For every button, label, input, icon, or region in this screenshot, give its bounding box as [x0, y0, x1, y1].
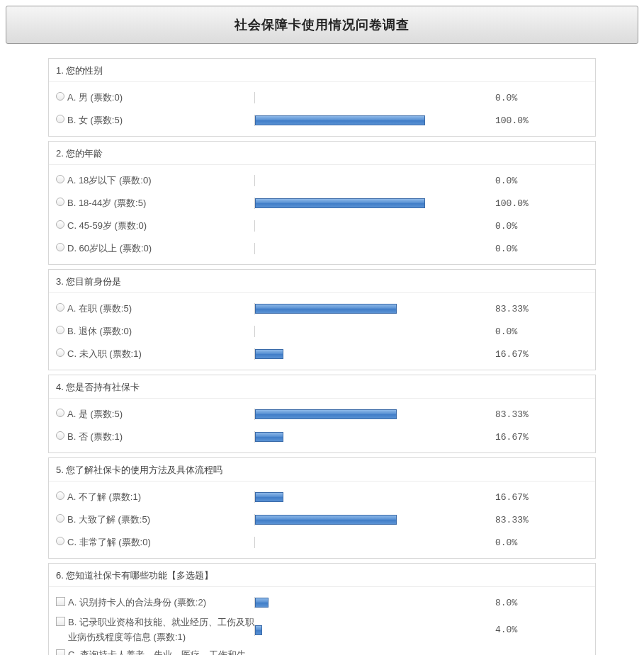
checkbox-icon[interactable] [56, 649, 65, 655]
option-label: A. 不了解 (票数:1) [56, 490, 254, 505]
bar-cell [254, 409, 481, 420]
bar-fill [255, 598, 269, 608]
option-row: A. 识别持卡人的合法身份 (票数:2)8.0% [56, 591, 588, 614]
question-block: 5. 您了解社保卡的使用方法及具体流程吗A. 不了解 (票数:1)16.67%B… [48, 457, 596, 559]
option-row: A. 不了解 (票数:1)16.67% [56, 486, 588, 508]
bar-cell [254, 326, 481, 337]
option-row: B. 退休 (票数:0)0.0% [56, 320, 588, 343]
bar-cell [254, 431, 481, 443]
checkbox-icon[interactable] [56, 597, 65, 606]
question-block: 6. 您知道社保卡有哪些功能【多选题】A. 识别持卡人的合法身份 (票数:2)8… [48, 563, 596, 655]
option-text: C. 查询持卡人养老、失业、医疗、工伤和生育保险缴纳情况等信息 (票数:5) [68, 648, 254, 655]
bar-fill [255, 625, 262, 635]
bar-cell [254, 243, 481, 254]
bar-cell [254, 348, 481, 360]
option-row: A. 18岁以下 (票数:0)0.0% [56, 169, 588, 192]
bar-fill [255, 115, 425, 125]
question-title: 1. 您的性别 [49, 64, 595, 82]
option-label: C. 查询持卡人养老、失业、医疗、工伤和生育保险缴纳情况等信息 (票数:5) [56, 648, 254, 655]
bar-cell [254, 303, 481, 314]
radio-icon[interactable] [56, 175, 64, 183]
option-row: B. 记录职业资格和技能、就业经历、工伤及职业病伤残程度等信息 (票数:1)4.… [56, 614, 588, 647]
option-row: C. 未入职 (票数:1)16.67% [56, 343, 588, 365]
percent-label: 83.33% [481, 409, 529, 420]
question-block: 1. 您的性别A. 男 (票数:0)0.0%B. 女 (票数:5)100.0% [48, 58, 596, 137]
bar-fill [255, 409, 397, 419]
checkbox-icon[interactable] [56, 617, 65, 626]
option-label: C. 45-59岁 (票数:0) [56, 219, 254, 234]
option-label: A. 是 (票数:5) [56, 407, 254, 422]
option-text: A. 识别持卡人的合法身份 (票数:2) [68, 596, 206, 610]
bar-cell [254, 220, 481, 232]
option-label: B. 记录职业资格和技能、就业经历、工伤及职业病伤残程度等信息 (票数:1) [56, 615, 254, 645]
percent-label: 16.67% [481, 349, 529, 360]
bar-fill [255, 515, 397, 525]
radio-icon[interactable] [56, 92, 64, 101]
option-text: B. 记录职业资格和技能、就业经历、工伤及职业病伤残程度等信息 (票数:1) [68, 615, 254, 645]
radio-icon[interactable] [56, 326, 64, 334]
percent-label: 0.0% [481, 93, 517, 103]
percent-label: 83.33% [481, 515, 529, 525]
percent-label: 16.67% [481, 492, 529, 503]
option-text: A. 18岁以下 (票数:0) [67, 173, 151, 188]
option-row: C. 非常了解 (票数:0)0.0% [56, 531, 588, 554]
radio-icon[interactable] [56, 303, 64, 312]
percent-label: 83.33% [481, 304, 529, 314]
option-row: A. 男 (票数:0)0.0% [56, 86, 588, 109]
percent-label: 0.0% [481, 326, 517, 337]
option-label: C. 非常了解 (票数:0) [56, 535, 254, 550]
option-text: B. 女 (票数:5) [67, 113, 123, 128]
option-row: C. 45-59岁 (票数:0)0.0% [56, 215, 588, 237]
option-text: A. 不了解 (票数:1) [67, 490, 141, 505]
option-row: B. 18-44岁 (票数:5)100.0% [56, 192, 588, 215]
percent-label: 0.0% [481, 176, 517, 186]
radio-icon[interactable] [56, 348, 64, 357]
question-options: A. 18岁以下 (票数:0)0.0%B. 18-44岁 (票数:5)100.0… [49, 165, 595, 260]
question-block: 3. 您目前身份是A. 在职 (票数:5)83.33%B. 退休 (票数:0)0… [48, 269, 596, 370]
survey-title-bar: 社会保障卡使用情况问卷调查 [6, 6, 638, 44]
option-row: B. 女 (票数:5)100.0% [56, 109, 588, 132]
radio-icon[interactable] [56, 514, 64, 523]
percent-label: 100.0% [481, 115, 529, 126]
option-text: A. 男 (票数:0) [67, 91, 123, 106]
bar-fill [255, 349, 283, 359]
question-title: 2. 您的年龄 [49, 147, 595, 165]
option-label: C. 未入职 (票数:1) [56, 347, 254, 362]
percent-label: 8.0% [481, 598, 517, 608]
option-row: A. 是 (票数:5)83.33% [56, 403, 588, 426]
question-title: 4. 您是否持有社保卡 [49, 381, 595, 399]
option-text: D. 60岁以上 (票数:0) [67, 241, 152, 256]
option-row: B. 否 (票数:1)16.67% [56, 426, 588, 448]
question-options: A. 在职 (票数:5)83.33%B. 退休 (票数:0)0.0%C. 未入职… [49, 293, 595, 365]
radio-icon[interactable] [56, 409, 64, 417]
radio-icon[interactable] [56, 220, 64, 229]
radio-icon[interactable] [56, 431, 64, 440]
question-title: 3. 您目前身份是 [49, 275, 595, 293]
option-text: A. 在职 (票数:5) [67, 302, 132, 317]
option-label: A. 在职 (票数:5) [56, 302, 254, 317]
radio-icon[interactable] [56, 537, 64, 545]
percent-label: 100.0% [481, 198, 529, 209]
option-text: B. 否 (票数:1) [67, 430, 123, 445]
option-label: A. 识别持卡人的合法身份 (票数:2) [56, 596, 254, 610]
radio-icon[interactable] [56, 198, 64, 206]
question-options: A. 是 (票数:5)83.33%B. 否 (票数:1)16.67% [49, 399, 595, 448]
bar-cell [254, 537, 481, 548]
bar-cell [254, 175, 481, 186]
bar-cell [254, 115, 481, 126]
percent-label: 4.0% [481, 625, 517, 635]
percent-label: 0.0% [481, 221, 517, 232]
bar-fill [255, 492, 283, 502]
option-label: B. 女 (票数:5) [56, 113, 254, 128]
radio-icon[interactable] [56, 491, 64, 500]
question-block: 4. 您是否持有社保卡A. 是 (票数:5)83.33%B. 否 (票数:1)1… [48, 375, 596, 453]
question-options: A. 男 (票数:0)0.0%B. 女 (票数:5)100.0% [49, 82, 595, 132]
bar-cell [254, 597, 481, 608]
radio-icon[interactable] [56, 243, 64, 251]
option-text: B. 大致了解 (票数:5) [67, 513, 150, 528]
option-label: B. 大致了解 (票数:5) [56, 513, 254, 528]
radio-icon[interactable] [56, 115, 64, 123]
option-label: B. 退休 (票数:0) [56, 324, 254, 339]
bar-cell [254, 198, 481, 209]
percent-label: 16.67% [481, 432, 529, 443]
